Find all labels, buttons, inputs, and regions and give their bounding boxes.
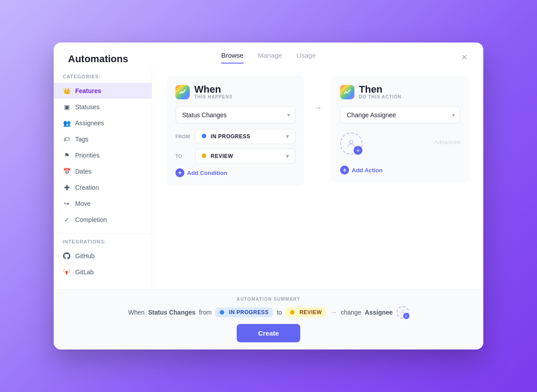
summary-prefix: When <box>128 309 145 316</box>
sidebar-item-move[interactable]: ↪ Move <box>54 196 152 212</box>
sidebar-item-label: Dates <box>75 168 92 175</box>
when-block: When THIS HAPPENS Status Changes ▾ FROM <box>166 76 304 186</box>
summary-to-badge-text: REVIEW <box>299 309 322 315</box>
sidebar-item-tags[interactable]: 🏷 Tags <box>54 131 152 147</box>
summary-assignee-icon[interactable]: + <box>396 306 409 319</box>
svg-point-1 <box>401 310 404 312</box>
assignee-picker[interactable]: + <box>340 132 362 155</box>
arrow-icon: → <box>313 102 322 113</box>
then-header: Then DO THIS ACTION <box>340 85 460 99</box>
add-action-plus-icon: + <box>340 166 349 175</box>
add-condition-plus-icon: + <box>175 168 184 177</box>
add-condition-button[interactable]: + Add Condition <box>175 168 227 177</box>
then-title: Then <box>359 85 401 94</box>
add-condition-label: Add Condition <box>187 170 227 176</box>
to-status-wrapper: REVIEW ▾ <box>195 149 295 164</box>
then-title-wrap: Then DO THIS ACTION <box>359 85 401 99</box>
sidebar-item-label: GitLab <box>75 268 94 276</box>
to-status-display[interactable]: REVIEW ▾ <box>195 149 295 164</box>
when-title: When <box>194 85 233 94</box>
tab-manage[interactable]: Manage <box>258 51 282 64</box>
automations-modal: Automations Browse Manage Usage × CATEGO… <box>54 43 483 349</box>
summary-arrow-icon: → <box>330 308 337 316</box>
advanced-link[interactable]: Advanced <box>434 132 460 145</box>
when-header: When THIS HAPPENS <box>175 85 295 99</box>
summary-content: When Status Changes from IN PROGRESS to … <box>68 306 469 319</box>
summary-to-badge: REVIEW <box>286 307 326 317</box>
sidebar-item-label: Priorities <box>75 152 99 159</box>
summary-to-text: to <box>277 309 282 316</box>
from-label: FROM <box>175 134 192 139</box>
summary-from-badge: IN PROGRESS <box>215 307 273 317</box>
summary-from-dot <box>220 310 224 315</box>
completion-icon: ✓ <box>63 216 71 224</box>
create-button[interactable]: Create <box>237 324 301 342</box>
summary-from-text: from <box>199 309 212 316</box>
summary-trigger: Status Changes <box>148 309 196 316</box>
from-status-inner: IN PROGRESS <box>202 133 250 140</box>
sidebar-item-dates[interactable]: 📅 Dates <box>54 163 152 179</box>
summary-assignee-plus-icon: + <box>403 313 409 319</box>
to-row: TO REVIEW ▾ <box>175 149 295 164</box>
sidebar-item-label: Creation <box>75 184 99 191</box>
main-content: When THIS HAPPENS Status Changes ▾ FROM <box>152 65 483 289</box>
summary-from-badge-text: IN PROGRESS <box>229 309 269 315</box>
assignee-plus-icon: + <box>354 146 362 155</box>
add-action-label: Add Action <box>352 167 383 174</box>
when-subtitle: THIS HAPPENS <box>194 94 233 99</box>
features-icon: 👑 <box>63 87 71 95</box>
arrow-connector: → <box>313 76 322 113</box>
to-status-inner: REVIEW <box>202 153 233 159</box>
tab-browse[interactable]: Browse <box>221 51 243 64</box>
then-subtitle: DO THIS ACTION <box>359 94 401 99</box>
sidebar-item-github[interactable]: GitHub <box>54 248 152 264</box>
sidebar: CATEGORIES: 👑 Features ▣ Statuses 👥 Assi… <box>54 65 152 289</box>
action-select[interactable]: Change Assignee <box>340 107 460 124</box>
github-icon <box>63 252 71 260</box>
close-button[interactable]: × <box>460 50 469 65</box>
tab-bar: Browse Manage Usage <box>221 51 316 64</box>
trigger-select[interactable]: Status Changes <box>175 107 295 124</box>
from-status-wrapper: IN PROGRESS ▾ <box>195 129 295 144</box>
sidebar-item-completion[interactable]: ✓ Completion <box>54 212 152 228</box>
from-status-dot <box>202 134 206 138</box>
summary-bar: AUTOMATION SUMMARY When Status Changes f… <box>54 289 483 349</box>
when-logo <box>175 85 190 99</box>
from-status-text: IN PROGRESS <box>211 133 251 140</box>
from-status-display[interactable]: IN PROGRESS ▾ <box>195 129 295 144</box>
sidebar-item-creation[interactable]: ✚ Creation <box>54 179 152 196</box>
when-title-wrap: When THIS HAPPENS <box>194 85 233 99</box>
sidebar-item-label: Completion <box>75 216 107 223</box>
sidebar-item-statuses[interactable]: ▣ Statuses <box>54 99 152 115</box>
dates-icon: 📅 <box>63 167 71 175</box>
summary-to-dot <box>290 310 294 315</box>
modal-body: CATEGORIES: 👑 Features ▣ Statuses 👥 Assi… <box>54 65 483 289</box>
tags-icon: 🏷 <box>63 135 71 143</box>
sidebar-item-priorities[interactable]: ⚑ Priorities <box>54 147 152 163</box>
sidebar-item-label: Tags <box>75 136 89 143</box>
sidebar-item-label: GitHub <box>75 252 95 260</box>
sidebar-divider <box>54 233 152 234</box>
assignees-icon: 👥 <box>63 119 71 127</box>
then-logo <box>340 85 354 99</box>
to-chevron-icon: ▾ <box>286 153 289 159</box>
then-inner: + Advanced <box>340 129 460 162</box>
action-select-wrapper: Change Assignee ▾ <box>340 107 460 124</box>
summary-action-bold: Assignee <box>365 309 392 316</box>
svg-point-0 <box>349 141 353 144</box>
from-row: FROM IN PROGRESS ▾ <box>175 129 295 144</box>
tab-usage[interactable]: Usage <box>296 51 315 64</box>
to-status-dot <box>202 153 206 158</box>
to-status-text: REVIEW <box>211 153 233 159</box>
then-block: Then DO THIS ACTION Change Assignee ▾ <box>331 76 469 183</box>
sidebar-item-label: Move <box>75 200 90 207</box>
sidebar-item-features[interactable]: 👑 Features <box>54 83 152 99</box>
add-action-button[interactable]: + Add Action <box>340 166 383 175</box>
to-label: TO <box>175 153 192 159</box>
summary-action-text: change <box>341 309 361 316</box>
sidebar-item-label: Features <box>75 87 101 94</box>
create-section: Create <box>68 324 469 342</box>
sidebar-item-gitlab[interactable]: GitLab <box>54 264 152 280</box>
sidebar-item-assignees[interactable]: 👥 Assignees <box>54 115 152 131</box>
priorities-icon: ⚑ <box>63 151 71 159</box>
